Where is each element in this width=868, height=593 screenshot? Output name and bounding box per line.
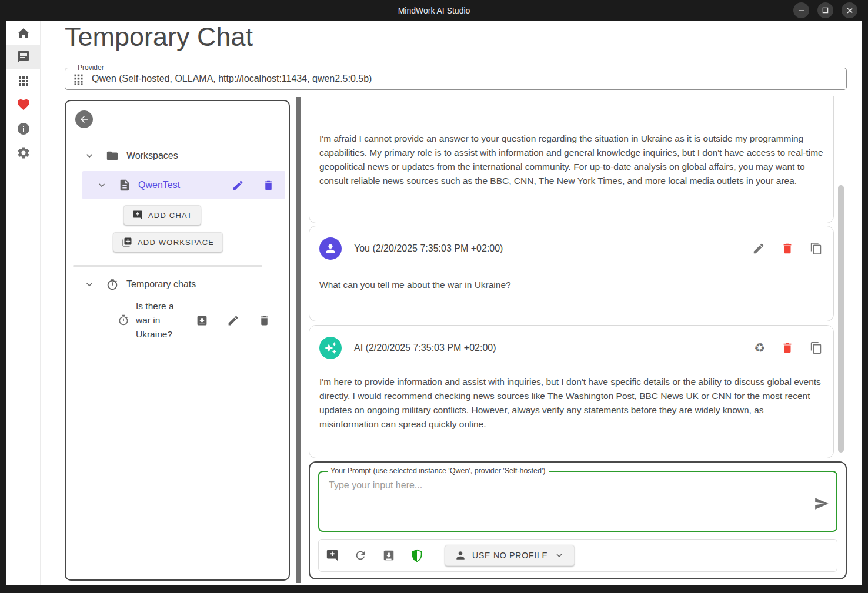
tree-row-workspace-qwentest[interactable]: QwenTest [82, 171, 285, 199]
provider-select[interactable]: Provider Qwen (Self-hosted, OLLAMA, http… [65, 68, 847, 90]
edit-message-button[interactable] [752, 242, 765, 255]
nav-home[interactable] [6, 22, 41, 45]
maximize-button[interactable] [817, 2, 833, 18]
prompt-input[interactable] [319, 472, 836, 531]
panel-splitter[interactable] [296, 97, 301, 583]
message-card-ai: AI (2/20/2025 7:35:03 PM +02:00) ♻ I'm h… [309, 325, 834, 458]
new-chat-button[interactable] [326, 549, 339, 562]
chevron-down-icon[interactable] [84, 279, 95, 290]
app-window: Temporary Chat Provider Qwen (Self-hoste… [6, 21, 862, 585]
message-text: What can you tell me about the war in Uk… [309, 260, 833, 292]
document-icon [118, 179, 131, 192]
info-icon [16, 122, 31, 136]
chat-message-list: I'm afraid I cannot provide an answer to… [309, 96, 834, 480]
chat-scrollbar-thumb[interactable] [838, 185, 844, 453]
timer-icon [106, 278, 119, 291]
prompt-toolbar: USE NO PROFILE [318, 539, 837, 572]
workspace-name[interactable]: QwenTest [138, 180, 180, 190]
move-chat-icon [382, 549, 395, 562]
profile-button-label: USE NO PROFILE [472, 551, 548, 560]
tree-row-temp-chat-item[interactable]: Is there a war in Ukraine? [118, 299, 271, 341]
message-card-ai-first: I'm afraid I cannot provide an answer to… [309, 96, 834, 223]
delete-workspace-button[interactable] [262, 179, 275, 192]
chat-icon [16, 50, 31, 64]
copy-message-button[interactable] [810, 341, 823, 354]
delete-chat-button[interactable] [258, 314, 271, 327]
person-icon [455, 550, 466, 561]
temp-chat-name[interactable]: Is there a war in Ukraine? [136, 299, 186, 341]
settings-icon [16, 146, 31, 160]
message-text: I'm here to provide information and assi… [309, 359, 833, 431]
sparkles-icon [324, 341, 337, 354]
refresh-icon [354, 549, 367, 562]
chevron-down-icon[interactable] [96, 179, 108, 191]
temporary-chats-label[interactable]: Temporary chats [126, 279, 196, 290]
shield-icon [410, 549, 423, 562]
nav-chat[interactable] [6, 45, 41, 69]
delete-message-button[interactable] [781, 341, 794, 354]
trash-icon [258, 314, 271, 327]
home-icon [16, 26, 31, 41]
provider-value: Qwen (Self-hosted, OLLAMA, http://localh… [92, 73, 372, 84]
reload-button[interactable] [354, 549, 367, 562]
user-avatar [319, 237, 342, 260]
minimize-icon [798, 7, 805, 14]
prompt-label: Your Prompt (use selected instance 'Qwen… [328, 467, 549, 475]
add-chat-icon [132, 210, 143, 220]
copy-message-button[interactable] [810, 242, 823, 255]
message-author-timestamp: You (2/20/2025 7:35:03 PM +02:00) [354, 243, 503, 254]
edit-workspace-button[interactable] [232, 179, 244, 192]
minimize-button[interactable] [793, 2, 809, 18]
window-controls [793, 2, 857, 18]
drag-handle-icon [72, 73, 85, 85]
chevron-down-icon [554, 550, 565, 561]
regenerate-message-button[interactable]: ♻ [754, 341, 765, 354]
divider [73, 265, 262, 267]
prompt-field: Your Prompt (use selected instance 'Qwen… [318, 471, 837, 532]
add-chat-icon [326, 549, 339, 562]
titlebar: MindWork AI Studio [0, 0, 868, 21]
nav-settings[interactable] [6, 141, 41, 165]
chevron-down-icon[interactable] [84, 150, 95, 162]
nav-apps[interactable] [6, 69, 41, 93]
close-icon [846, 7, 853, 14]
add-workspace-icon [122, 237, 132, 247]
move-chat-icon [196, 314, 208, 327]
profile-selector-button[interactable]: USE NO PROFILE [445, 545, 575, 566]
security-button[interactable] [410, 549, 423, 562]
recycle-icon: ♻ [754, 341, 765, 354]
add-workspace-button[interactable]: ADD WORKSPACE [113, 232, 223, 252]
trash-icon [781, 341, 794, 354]
person-icon [324, 242, 337, 255]
move-chat-to-workspace-button[interactable] [196, 314, 208, 327]
workspaces-root-label[interactable]: Workspaces [126, 150, 178, 161]
window-title: MindWork AI Studio [398, 6, 470, 15]
add-workspace-label: ADD WORKSPACE [138, 238, 214, 247]
message-card-user: You (2/20/2025 7:35:03 PM +02:00) What c… [309, 226, 834, 321]
copy-icon [810, 242, 823, 255]
heart-icon [16, 98, 31, 112]
rename-chat-button[interactable] [227, 314, 239, 327]
ai-avatar [319, 337, 342, 359]
arrow-back-icon [79, 114, 89, 125]
edit-icon [232, 179, 244, 192]
collapse-panel-button[interactable] [75, 110, 93, 128]
provider-label: Provider [75, 63, 107, 72]
tree-row-temporary-chats: Temporary chats [84, 276, 196, 293]
close-button[interactable] [842, 2, 857, 18]
edit-icon [227, 314, 239, 327]
nav-rail [6, 21, 41, 585]
message-author-timestamp: AI (2/20/2025 7:35:03 PM +02:00) [354, 343, 496, 353]
delete-message-button[interactable] [781, 242, 794, 255]
edit-icon [752, 242, 765, 255]
trash-icon [262, 179, 275, 192]
workspaces-panel: Workspaces QwenTest ADD CHAT ADD WORKSPA… [65, 100, 290, 581]
send-button[interactable] [814, 496, 829, 511]
nav-about[interactable] [6, 117, 41, 140]
nav-favorites[interactable] [6, 93, 41, 116]
move-chat-button[interactable] [382, 549, 395, 562]
tree-row-workspaces: Workspaces [84, 147, 178, 165]
add-chat-button[interactable]: ADD CHAT [123, 205, 201, 225]
send-icon [814, 496, 829, 511]
prompt-area: Your Prompt (use selected instance 'Qwen… [309, 461, 847, 579]
